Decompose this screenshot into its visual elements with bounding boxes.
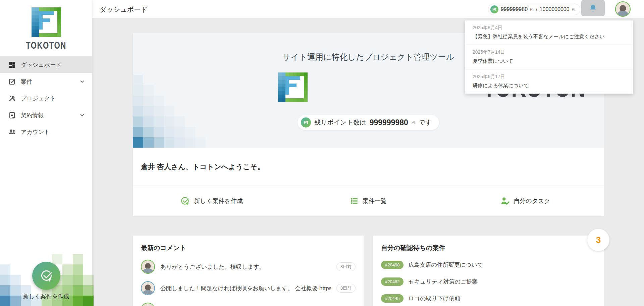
contract-icon xyxy=(8,111,16,119)
list-icon xyxy=(350,197,359,205)
tokoton-logo-icon xyxy=(278,72,308,102)
cases-icon xyxy=(8,78,16,86)
notification-item[interactable]: 2025年8月4日 【緊急】弊社従業員を装う不審なメールにご注意ください xyxy=(465,20,633,45)
points-current: 999999980 xyxy=(501,6,528,12)
sidebar-item-label: アカウント xyxy=(21,128,50,136)
chevron-down-icon xyxy=(79,112,85,118)
points-message-unit: Pt xyxy=(412,120,415,125)
points-message-prefix: 残りポイント数は xyxy=(314,118,366,127)
tokoton-logo-icon xyxy=(32,7,61,37)
user-avatar[interactable] xyxy=(615,1,631,17)
notification-item[interactable]: 2025年6月17日 研修による休業について xyxy=(465,69,633,94)
latest-comments-card: 最新のコメント ありがとうございました。検収します。 3日前 公開しました！問題… xyxy=(133,236,364,306)
action-create-case[interactable]: 新しく案件を作成 xyxy=(133,186,290,216)
bell-icon xyxy=(589,4,597,12)
case-row[interactable]: #20445 ロゴの取り下げ依頼 xyxy=(381,294,596,303)
case-id-badge: #20445 xyxy=(381,294,404,303)
comment-text: 公開しました！問題なければ検収をお願いします。 会社概要 https:/... xyxy=(160,285,331,292)
points-message-value: 999999980 xyxy=(370,118,408,127)
person-check-icon xyxy=(500,196,509,206)
comment-row[interactable]: 公開しました！問題なければ検収をお願いします。 会社概要 https:/... … xyxy=(141,281,356,295)
sidebar-item-account[interactable]: アカウント xyxy=(0,123,92,140)
account-icon xyxy=(8,128,16,136)
check-circle-plus-icon xyxy=(39,269,53,283)
page-title: ダッシュボード xyxy=(100,5,148,14)
pt-badge-icon: Pt xyxy=(301,117,311,128)
sidebar-item-label: プロジェクト xyxy=(21,95,56,102)
points-unit: Pt xyxy=(572,7,575,11)
sidebar-item-contract[interactable]: 契約情報 xyxy=(0,107,92,123)
comment-time-badge: 3日前 xyxy=(336,262,356,271)
check-circle-plus-icon xyxy=(180,196,190,206)
action-label: 新しく案件を作成 xyxy=(194,197,243,205)
welcome-message: 倉井 杏人さん、トコトンへようこそ。 xyxy=(141,162,264,171)
pending-cases-card: 自分の確認待ちの案件 #20498 広島支店の住所変更について #20482 セ… xyxy=(373,236,604,306)
notification-title: 研修による休業について xyxy=(473,83,626,89)
sidebar-item-project[interactable]: プロジェクト xyxy=(0,90,92,107)
dashboard-icon xyxy=(8,61,16,69)
card-title: 最新のコメント xyxy=(141,244,356,252)
sidebar-item-label: ダッシュボード xyxy=(21,61,61,69)
notification-item[interactable]: 2025年7月14日 夏季休業について xyxy=(465,45,633,69)
project-icon xyxy=(8,94,16,102)
case-id-badge: #20482 xyxy=(381,277,404,286)
action-case-list[interactable]: 案件一覧 xyxy=(290,186,447,216)
comment-avatar xyxy=(141,281,155,295)
case-title: セキュリティ対策のご提案 xyxy=(408,278,478,286)
notifications-button[interactable] xyxy=(581,0,605,16)
topbar: ダッシュボード Pt 999999980 Pt / 1000000000 Pt xyxy=(92,0,644,18)
welcome-section: 倉井 杏人さん、トコトンへようこそ。 xyxy=(133,148,604,186)
points-message-suffix: です xyxy=(419,118,432,127)
sidebar-item-cases[interactable]: 案件 xyxy=(0,73,92,90)
notifications-dropdown: 2025年8月4日 【緊急】弊社従業員を装う不審なメールにご注意ください 202… xyxy=(465,20,633,94)
sidebar-brand[interactable]: TOKOTON xyxy=(0,7,92,51)
case-row[interactable]: #20498 広島支店の住所変更について xyxy=(381,261,596,269)
pending-count-badge: 3 xyxy=(587,229,609,251)
notification-date: 2025年7月14日 xyxy=(473,49,626,55)
sidebar: TOKOTON ダッシュボード 案件 プロジェクト xyxy=(0,0,92,306)
comment-row[interactable] xyxy=(141,303,356,306)
brand-name: TOKOTON xyxy=(26,40,66,51)
comment-avatar xyxy=(141,303,155,306)
points-separator: / xyxy=(536,7,537,12)
remaining-points-pill: Pt 残りポイント数は 999999980 Pt です xyxy=(297,115,439,130)
notification-title: 夏季休業について xyxy=(473,58,626,64)
notification-title: 【緊急】弊社従業員を装う不審なメールにご注意ください xyxy=(473,34,626,40)
comment-text: ありがとうございました。検収します。 xyxy=(160,263,331,271)
pt-badge-icon: Pt xyxy=(490,5,498,13)
case-row[interactable]: #20482 セキュリティ対策のご提案 xyxy=(381,277,596,286)
case-id-badge: #20498 xyxy=(381,261,404,269)
sidebar-item-label: 契約情報 xyxy=(21,111,44,119)
create-case-fab-button[interactable] xyxy=(32,262,60,290)
action-label: 案件一覧 xyxy=(363,197,387,205)
action-my-tasks[interactable]: 自分のタスク xyxy=(447,186,604,216)
chevron-down-icon xyxy=(79,79,85,84)
points-summary: Pt 999999980 Pt / 1000000000 Pt xyxy=(488,4,580,15)
points-unit: Pt xyxy=(530,7,533,11)
case-title: ロゴの取り下げ依頼 xyxy=(408,295,460,302)
comment-row[interactable]: ありがとうございました。検収します。 3日前 xyxy=(141,260,356,274)
sidebar-item-label: 案件 xyxy=(21,78,32,86)
comment-time-badge: 3日前 xyxy=(336,284,356,293)
points-total: 1000000000 xyxy=(540,6,570,12)
sidebar-item-dashboard[interactable]: ダッシュボード xyxy=(0,56,92,73)
action-label: 自分のタスク xyxy=(514,197,550,205)
create-case-fab-label: 新しく案件を作成 xyxy=(0,293,92,300)
notification-date: 2025年8月4日 xyxy=(473,25,626,31)
comment-avatar xyxy=(141,260,155,274)
card-title: 自分の確認待ちの案件 xyxy=(381,244,596,252)
quick-actions: 新しく案件を作成 案件一覧 自分のタスク xyxy=(133,186,604,216)
case-title: 広島支店の住所変更について xyxy=(408,261,483,269)
sidebar-nav: ダッシュボード 案件 プロジェクト 契約情報 xyxy=(0,56,92,140)
notification-date: 2025年6月17日 xyxy=(473,74,626,80)
